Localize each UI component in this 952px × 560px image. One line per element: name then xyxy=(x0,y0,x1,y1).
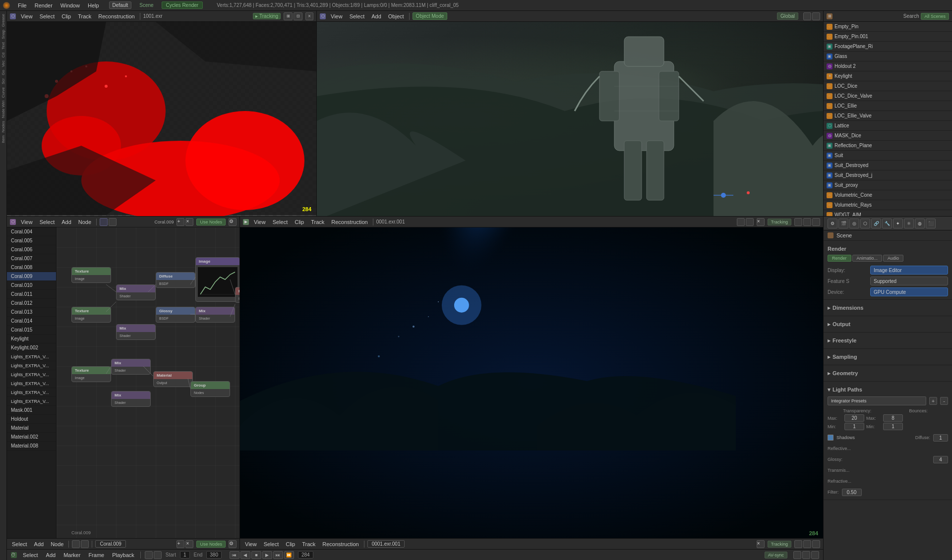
shadows-checkbox[interactable] xyxy=(828,435,833,441)
end-frame[interactable]: 380 xyxy=(206,551,222,559)
node-type-btn-2[interactable] xyxy=(109,218,117,226)
integrator-add-btn[interactable]: + xyxy=(929,397,937,405)
sidebar-tab-cd[interactable]: Cd xyxy=(0,52,6,58)
compositor-reconstruction-menu[interactable]: Reconstruction xyxy=(96,13,136,19)
integrator-presets[interactable]: Integrator Presets xyxy=(828,396,926,405)
outliner-item-8[interactable]: ○ LOC_Ellie xyxy=(824,101,952,111)
sidebar-tab-grease[interactable]: Grease xyxy=(0,13,6,28)
tl-play-back[interactable]: ◀ xyxy=(240,551,250,559)
tl-extra-1[interactable] xyxy=(793,551,801,559)
rv-tracking-bottom[interactable]: Tracking xyxy=(768,541,791,548)
list-item-lights2[interactable]: Lights_EXTRA_V... xyxy=(7,361,56,370)
timeline-add[interactable]: Add xyxy=(44,552,58,558)
rv-extra-btn-3[interactable] xyxy=(812,218,820,226)
tl-btn-2[interactable] xyxy=(154,551,162,559)
rv-select-menu[interactable]: Select xyxy=(271,219,290,225)
list-item-coral012[interactable]: Coral.012 xyxy=(7,299,56,308)
list-item-material[interactable]: Material xyxy=(7,424,56,433)
tl-play-fwd[interactable]: ▶ xyxy=(262,551,272,559)
close-compositor[interactable]: × xyxy=(305,12,313,20)
rv-clip-menu[interactable]: Clip xyxy=(293,219,306,225)
outliner-item-17[interactable]: ○ Volumetric_Cone xyxy=(824,190,952,200)
node-1[interactable]: Texture Image xyxy=(71,267,111,283)
render-subtab-render[interactable]: Render xyxy=(828,255,851,262)
list-item-coral010[interactable]: Coral.010 xyxy=(7,281,56,290)
transparency-min[interactable]: 1 xyxy=(844,423,864,430)
node-bsdf-2[interactable]: Glossy BSDF xyxy=(156,307,195,323)
freestyle-title[interactable]: ▸ Freestyle xyxy=(828,335,948,346)
rv-bottom-view[interactable]: View xyxy=(243,541,259,547)
ne-type-btn-1[interactable] xyxy=(72,540,80,548)
node-group-1[interactable]: Group Nodes xyxy=(190,381,230,397)
prop-tab-render[interactable]: ⚙ xyxy=(828,219,837,228)
filter-value[interactable]: 0.50 xyxy=(842,489,862,496)
timeline-frame[interactable]: Frame xyxy=(86,552,106,558)
rv-view-menu[interactable]: View xyxy=(252,219,268,225)
prop-tab-constraints[interactable]: 🔗 xyxy=(871,219,881,228)
node-extra-btn[interactable]: ⚙ xyxy=(229,218,237,226)
node-close-btn[interactable]: × xyxy=(185,218,193,226)
feature-value[interactable]: Supported xyxy=(870,277,948,285)
mode-selector[interactable]: Default xyxy=(109,1,132,9)
display-value[interactable]: Image Editor xyxy=(870,266,948,275)
node-mix-output[interactable]: Mix Shader xyxy=(195,307,235,323)
diffuse-value[interactable]: 1 xyxy=(933,434,948,442)
sidebar-tab-snap[interactable]: Snap xyxy=(0,29,6,40)
integrator-minus-btn[interactable]: - xyxy=(940,397,948,405)
current-frame[interactable]: 284 xyxy=(298,551,313,559)
outliner-item-13[interactable]: ▣ Suit xyxy=(824,151,952,161)
menu-window[interactable]: Window xyxy=(59,2,82,8)
avsync-btn[interactable]: AV-sync xyxy=(765,552,787,559)
node-preview[interactable]: Image xyxy=(195,257,239,302)
start-frame[interactable]: 1 xyxy=(180,551,190,559)
node-select-menu[interactable]: Select xyxy=(38,219,57,225)
tl-next-keyframe[interactable]: ⏭ xyxy=(273,551,283,559)
use-nodes-bottom-btn[interactable]: Use Nodes xyxy=(196,541,226,548)
list-item-lights5[interactable]: Lights_EXTRA_V... xyxy=(7,388,56,397)
rv-bottom-track[interactable]: Track xyxy=(300,541,317,547)
node-mat-out[interactable]: Material Output xyxy=(153,371,193,387)
list-item-lights1[interactable]: Lights_EXTRA_V... xyxy=(7,352,56,361)
node-add-menu[interactable]: Add xyxy=(60,219,73,225)
outliner-item-11[interactable]: ◍ MASK_Dice xyxy=(824,131,952,141)
outliner-item-14[interactable]: ▣ Suit_Destroyed xyxy=(824,161,952,170)
rv-extra-btn-1[interactable] xyxy=(794,218,802,226)
node-2[interactable]: Texture Image xyxy=(71,307,111,323)
list-item-lights6[interactable]: Lights_EXTRA_V... xyxy=(7,397,56,406)
rv-btn-1[interactable] xyxy=(737,218,745,226)
device-value[interactable]: GPU Compute xyxy=(870,287,948,296)
list-item-coral014[interactable]: Coral.014 xyxy=(7,317,56,326)
node-view-menu[interactable]: View xyxy=(19,219,35,225)
sidebar-tab-item[interactable]: Item xyxy=(0,134,6,144)
prop-tab-object[interactable]: ⬡ xyxy=(860,219,870,228)
ne-node-menu[interactable]: Node xyxy=(49,541,65,547)
list-item-lights4[interactable]: Lights_EXTRA_V... xyxy=(7,379,56,388)
comp-btn-1[interactable]: ⊞ xyxy=(284,12,293,20)
list-item-keylight[interactable]: Keylight xyxy=(7,335,56,343)
dimensions-title[interactable]: ▸ Dimensions xyxy=(828,302,948,314)
global-selector[interactable]: Global xyxy=(777,12,798,20)
sidebar-tab-scr[interactable]: Scr xyxy=(0,77,6,85)
outliner-item-15[interactable]: ▣ Suit_Destroyed_j xyxy=(824,170,952,180)
tl-stop[interactable]: ■ xyxy=(251,551,261,559)
ne-add-btn[interactable]: + xyxy=(177,540,184,548)
prop-tab-material[interactable]: ◍ xyxy=(915,219,925,228)
3d-object-menu[interactable]: Object xyxy=(386,13,406,19)
use-nodes-btn[interactable]: Use Nodes xyxy=(196,219,226,225)
outliner-item-0[interactable]: ○ Empty_Pin xyxy=(824,22,952,32)
transparency-max[interactable]: 20 xyxy=(844,414,864,422)
outliner-item-3[interactable]: ▣ Glass xyxy=(824,52,952,61)
list-item-holdout[interactable]: Holdout xyxy=(7,415,56,424)
node-mix-4[interactable]: Mix Shader xyxy=(111,391,151,407)
rv-tracking-btn[interactable]: Tracking xyxy=(768,219,791,225)
renderer-selector[interactable]: Cycles Render xyxy=(162,1,203,9)
output-title[interactable]: ▸ Output xyxy=(828,318,948,330)
comp-btn-2[interactable]: ⊡ xyxy=(294,12,302,20)
rv-extra-2[interactable] xyxy=(803,540,811,548)
node-file-output[interactable]: File Output Image xyxy=(235,287,239,303)
menu-render[interactable]: Render xyxy=(33,2,55,8)
outliner-item-7[interactable]: ○ LOC_Dice_Valve xyxy=(824,91,952,101)
compositor-view-menu[interactable]: View xyxy=(19,13,35,19)
compositor-track-menu[interactable]: Track xyxy=(76,13,93,19)
rv-bottom-clip[interactable]: Clip xyxy=(284,541,297,547)
